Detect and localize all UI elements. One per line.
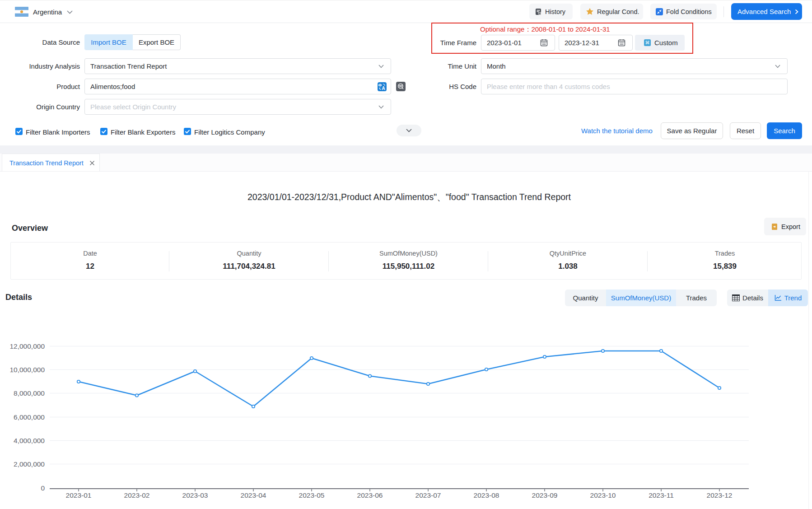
svg-text:2023-12: 2023-12 [707,491,733,499]
svg-text:2023-08: 2023-08 [474,491,499,499]
svg-text:2023-11: 2023-11 [649,491,674,499]
svg-text:0: 0 [41,484,45,492]
svg-text:2023-10: 2023-10 [590,491,616,499]
svg-text:10,000,000: 10,000,000 [9,366,45,374]
svg-text:2,000,000: 2,000,000 [14,460,45,468]
svg-text:2023-04: 2023-04 [241,491,266,499]
svg-text:12,000,000: 12,000,000 [9,342,45,350]
svg-text:2023-02: 2023-02 [124,491,150,499]
svg-text:4,000,000: 4,000,000 [14,437,45,444]
svg-text:⌘: ⌘ [645,40,650,45]
svg-text:A: A [382,86,385,91]
svg-text:2023-05: 2023-05 [299,491,325,499]
svg-text:8,000,000: 8,000,000 [14,389,45,397]
svg-text:2023-01: 2023-01 [66,491,92,499]
svg-text:2023-07: 2023-07 [415,491,441,499]
svg-text:2023-09: 2023-09 [532,491,558,499]
svg-text:2023-03: 2023-03 [182,491,208,499]
svg-text:2023-06: 2023-06 [357,491,383,499]
svg-text:6,000,000: 6,000,000 [14,413,45,421]
